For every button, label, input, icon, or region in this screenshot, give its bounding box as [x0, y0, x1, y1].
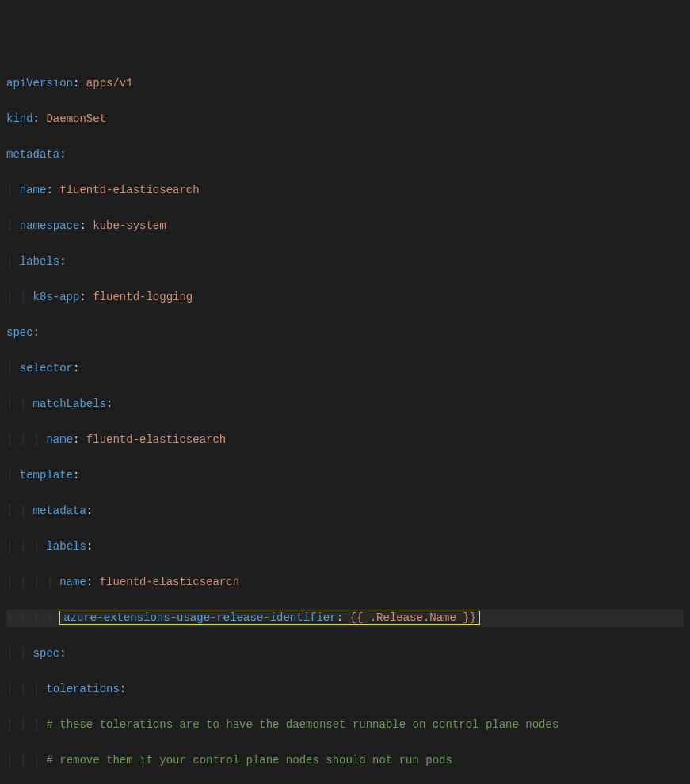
code-line: spec:: [6, 324, 684, 342]
code-line: │ template:: [6, 466, 684, 485]
code-line: │ labels:: [6, 253, 684, 271]
yaml-value: DaemonSet: [46, 112, 106, 125]
yaml-key: name: [20, 184, 47, 196]
yaml-key: matchLabels: [33, 398, 106, 410]
yaml-key: kind: [6, 112, 33, 125]
yaml-key: selector: [20, 362, 73, 375]
yaml-key: metadata: [33, 504, 86, 517]
yaml-key: name: [46, 433, 73, 446]
yaml-value: fluentd-elasticsearch: [100, 576, 239, 588]
code-line: │ │ │ labels:: [6, 538, 684, 556]
yaml-key: apiVersion: [6, 77, 73, 89]
code-line: │ │ matchLabels:: [6, 395, 684, 413]
yaml-key: labels: [20, 255, 59, 268]
yaml-value: apps/v1: [86, 77, 133, 89]
yaml-key: labels: [46, 540, 86, 553]
yaml-key: azure-extensions-usage-release-identifie…: [63, 611, 336, 624]
code-line: │ │ metadata:: [6, 502, 684, 520]
yaml-key: name: [59, 576, 86, 588]
code-line: │ │ k8s-app: fluentd-logging: [6, 288, 684, 306]
code-line: │ selector:: [6, 360, 684, 378]
code-line: kind: DaemonSet: [6, 110, 684, 128]
code-line: │ name: fluentd-elasticsearch: [6, 181, 684, 200]
yaml-value: fluentd-elasticsearch: [59, 184, 199, 196]
yaml-key: k8s-app: [33, 291, 80, 303]
code-line: │ │ spec:: [6, 645, 684, 663]
code-line: apiVersion: apps/v1: [6, 74, 684, 93]
code-line: │ namespace: kube-system: [6, 217, 684, 235]
code-line: │ │ │ # remove them if your control plan…: [6, 752, 684, 770]
code-line: metadata:: [6, 146, 684, 164]
code-line: │ │ │ name: fluentd-elasticsearch: [6, 431, 684, 449]
yaml-key: namespace: [20, 219, 80, 232]
yaml-value: fluentd-elasticsearch: [86, 433, 226, 446]
yaml-comment: # remove them if your control plane node…: [46, 754, 452, 767]
code-line: │ │ │ │ name: fluentd-elasticsearch: [6, 573, 684, 592]
yaml-key: spec: [33, 647, 60, 660]
code-line: │ │ │ # these tolerations are to have th…: [6, 716, 684, 734]
yaml-value: {{ .Release.Name }}: [350, 611, 477, 624]
yaml-key: tolerations: [46, 683, 119, 695]
yaml-key: spec: [6, 326, 33, 339]
yaml-value: kube-system: [93, 219, 166, 232]
yaml-value: fluentd-logging: [93, 291, 193, 303]
yaml-key: template: [20, 469, 73, 481]
yaml-key: metadata: [6, 148, 59, 161]
code-line-highlighted: │ │ │ │ azure-extensions-usage-release-i…: [6, 609, 684, 627]
highlight-box: azure-extensions-usage-release-identifie…: [59, 611, 480, 625]
code-line: │ │ │ tolerations:: [6, 680, 684, 698]
yaml-comment: # these tolerations are to have the daem…: [46, 718, 558, 731]
